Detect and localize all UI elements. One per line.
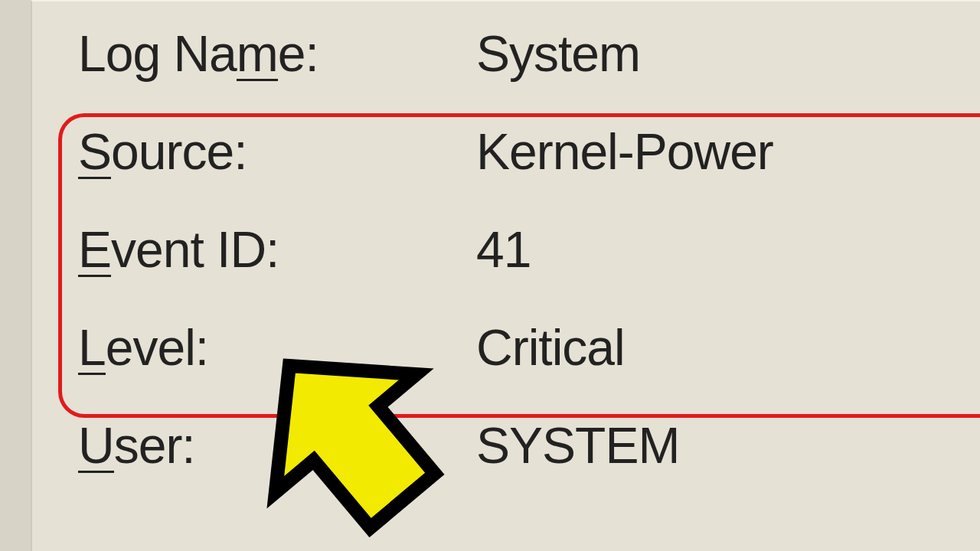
value-user: SYSTEM bbox=[476, 416, 679, 474]
label-user: User: bbox=[78, 416, 476, 474]
value-log-name: System bbox=[476, 24, 640, 83]
mnemonic-u: U bbox=[78, 416, 114, 474]
row-level: Level: Critical bbox=[78, 318, 980, 416]
label-source-text: ource: bbox=[111, 123, 247, 180]
mnemonic-m: m bbox=[237, 24, 278, 83]
label-level: Level: bbox=[78, 318, 476, 377]
row-source: Source: Kernel-Power bbox=[78, 122, 980, 220]
value-level: Critical bbox=[476, 318, 625, 377]
label-event-id-text: vent ID: bbox=[111, 221, 279, 278]
label-level-text: evel: bbox=[106, 319, 208, 376]
mnemonic-s: S bbox=[78, 122, 111, 181]
label-event-id: Event ID: bbox=[78, 220, 476, 279]
label-source: Source: bbox=[78, 122, 476, 181]
row-event-id: Event ID: 41 bbox=[78, 220, 980, 318]
value-source: Kernel-Power bbox=[476, 122, 773, 181]
label-user-text: ser: bbox=[114, 417, 195, 474]
row-user: User: SYSTEM bbox=[78, 416, 980, 514]
event-details-panel: Log Name: System Source: Kernel-Power Ev… bbox=[31, 0, 980, 551]
label-log-name-text-post: e: bbox=[278, 25, 318, 82]
label-log-name-text-pre: Log Na bbox=[78, 25, 237, 82]
value-event-id: 41 bbox=[476, 220, 531, 279]
mnemonic-e: E bbox=[78, 220, 111, 279]
label-log-name: Log Name: bbox=[78, 24, 476, 83]
row-log-name: Log Name: System bbox=[78, 24, 980, 122]
mnemonic-l: L bbox=[78, 318, 106, 377]
